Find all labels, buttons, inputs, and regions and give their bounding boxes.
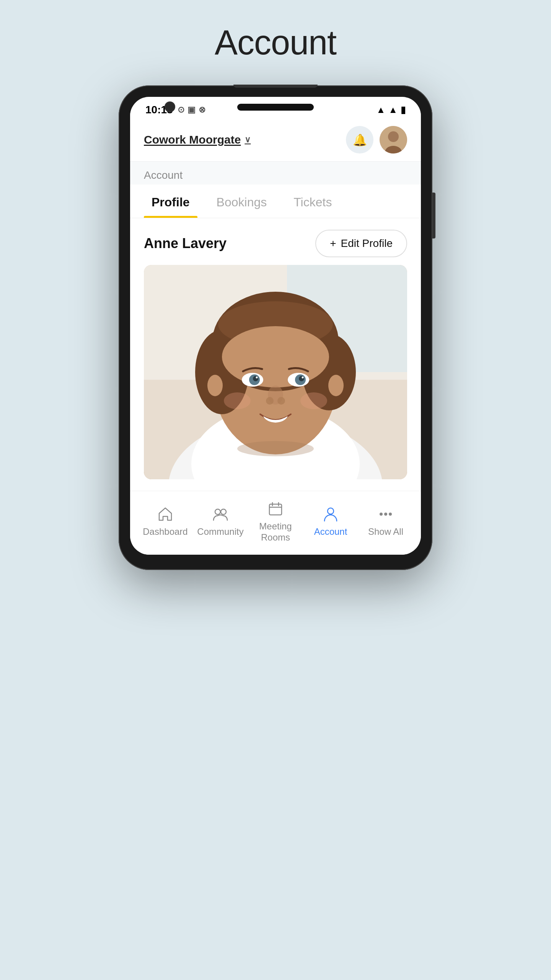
svg-point-32 <box>215 509 220 514</box>
svg-point-21 <box>299 376 304 381</box>
page-title: Account <box>215 23 336 62</box>
phone-mockup: 10:18 ⊙ ▣ ⊗ ▲ ▲ ▮ Cowork Moorgate ∨ <box>119 85 432 570</box>
workspace-selector[interactable]: Cowork Moorgate ∨ <box>144 133 251 146</box>
bell-icon: 🔔 <box>353 133 367 147</box>
svg-point-30 <box>328 375 344 396</box>
plus-icon: + <box>330 237 336 250</box>
workspace-name: Cowork Moorgate <box>144 133 241 146</box>
wifi-icon: ▲ <box>376 105 385 115</box>
community-icon <box>212 506 229 523</box>
nav-item-account[interactable]: Account <box>303 506 358 537</box>
tab-tickets[interactable]: Tickets <box>286 185 339 218</box>
svg-point-40 <box>384 513 387 516</box>
status-bar-right: ▲ ▲ ▮ <box>376 105 406 115</box>
svg-point-38 <box>328 508 334 514</box>
app-icon-2: ▣ <box>187 105 196 115</box>
nav-label-community: Community <box>197 526 243 537</box>
nav-label-show-all: Show All <box>368 526 403 537</box>
nav-label-account: Account <box>314 526 347 537</box>
svg-point-39 <box>380 513 383 516</box>
user-avatar-button[interactable] <box>380 126 407 154</box>
tab-profile[interactable]: Profile <box>144 185 197 218</box>
account-label-text: Account <box>144 169 183 181</box>
notification-bell-button[interactable]: 🔔 <box>346 126 373 154</box>
svg-point-1 <box>388 131 399 142</box>
edit-profile-label: Edit Profile <box>341 237 393 250</box>
speaker <box>237 104 314 111</box>
svg-point-28 <box>300 392 327 409</box>
svg-point-23 <box>302 377 304 379</box>
battery-icon: ▮ <box>401 105 406 115</box>
app-header: Cowork Moorgate ∨ 🔔 <box>130 120 421 162</box>
svg-point-20 <box>253 376 258 381</box>
app-icon-3: ⊗ <box>199 105 205 115</box>
signal-icon: ▲ <box>388 105 398 115</box>
user-name: Anne Lavery <box>144 235 227 252</box>
svg-point-25 <box>266 397 274 405</box>
tab-bookings[interactable]: Bookings <box>209 185 275 218</box>
side-button <box>432 193 435 238</box>
account-section-label: Account <box>130 162 421 185</box>
tabs-bar: Profile Bookings Tickets <box>130 185 421 218</box>
svg-point-26 <box>277 397 285 405</box>
header-actions: 🔔 <box>346 126 407 154</box>
camera <box>165 101 175 112</box>
home-icon <box>157 506 174 523</box>
person-icon <box>322 506 339 523</box>
svg-point-27 <box>224 392 251 409</box>
calendar-icon <box>267 500 284 517</box>
nav-item-community[interactable]: Community <box>193 506 248 537</box>
avatar-svg <box>380 126 407 154</box>
bottom-navigation: Dashboard Community <box>130 491 421 555</box>
nav-label-meeting-rooms: Meeting Rooms <box>248 521 303 543</box>
more-icon <box>377 506 394 523</box>
profile-section: Anne Lavery + Edit Profile <box>130 218 421 265</box>
svg-point-31 <box>237 441 314 456</box>
svg-point-29 <box>207 375 223 396</box>
svg-point-15 <box>222 326 329 387</box>
profile-image <box>144 265 407 479</box>
chevron-down-icon: ∨ <box>245 135 251 145</box>
app-icon-1: ⊙ <box>178 105 184 115</box>
nav-item-show-all[interactable]: Show All <box>358 506 413 537</box>
nav-label-dashboard: Dashboard <box>143 526 187 537</box>
edit-profile-button[interactable]: + Edit Profile <box>315 230 407 257</box>
nav-item-dashboard[interactable]: Dashboard <box>138 506 193 537</box>
svg-point-41 <box>389 513 392 516</box>
phone-screen: 10:18 ⊙ ▣ ⊗ ▲ ▲ ▮ Cowork Moorgate ∨ <box>130 97 421 555</box>
svg-rect-34 <box>269 504 282 515</box>
profile-photo-svg <box>144 265 407 479</box>
nav-item-meeting-rooms[interactable]: Meeting Rooms <box>248 500 303 543</box>
svg-point-33 <box>221 509 226 514</box>
svg-point-22 <box>256 377 258 379</box>
status-icons: ⊙ ▣ ⊗ <box>178 105 205 115</box>
status-bar-left: 10:18 ⊙ ▣ ⊗ <box>145 104 205 116</box>
